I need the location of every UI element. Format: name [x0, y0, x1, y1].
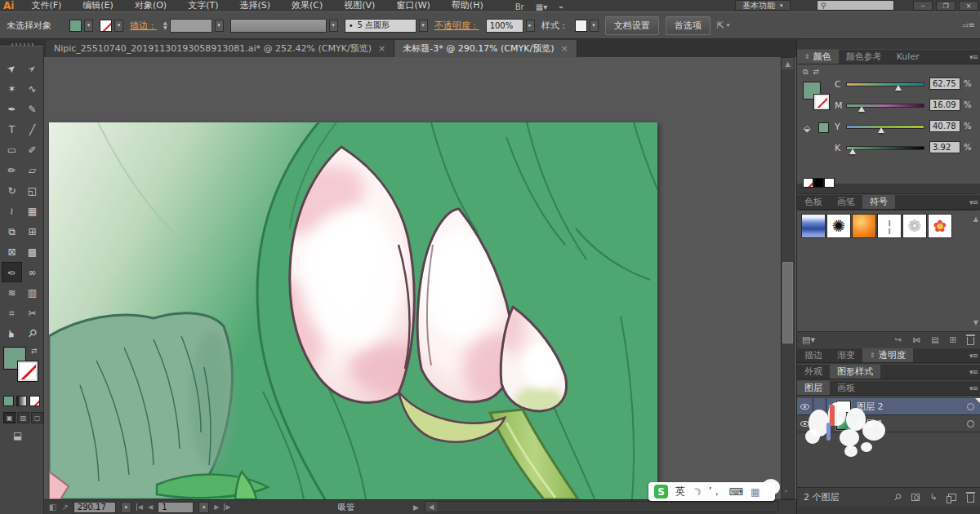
channel-slider-thumb[interactable] [849, 148, 856, 154]
tab-artboards[interactable]: 画板 [830, 381, 862, 395]
layer-name[interactable]: 图层 2 [857, 401, 884, 413]
direct-selection-tool[interactable]: ➢ [22, 58, 42, 78]
pen-tool[interactable]: ✒ [2, 99, 22, 119]
out-of-gamut-icon[interactable]: ⬙ [804, 123, 810, 134]
color-button[interactable] [3, 396, 14, 406]
menu-item[interactable]: 窗口(W) [385, 0, 440, 11]
column-graph-tool[interactable]: ▥ [22, 282, 42, 303]
variable-width-dropdown[interactable]: ▾ [329, 20, 338, 32]
channel-value-field[interactable]: 62.75 [929, 78, 960, 90]
tab-symbols[interactable]: 符号 [862, 195, 895, 209]
tab-color-guide[interactable]: 颜色参考 [839, 50, 889, 64]
pencil-tool[interactable]: ✏ [2, 160, 22, 180]
white-swatch[interactable] [824, 178, 835, 188]
tab-transparency[interactable]: ⇕ 透明度 [862, 348, 913, 362]
ime-language-mode[interactable]: 英 [675, 485, 685, 498]
channel-slider[interactable] [846, 82, 924, 86]
symbol-libraries-icon[interactable]: ▤▾ [802, 335, 815, 345]
document-tab[interactable]: Nipic_25510740_20191130193058913081.ai* … [46, 40, 394, 57]
stroke-weight-dropdown[interactable]: ▾ [215, 20, 224, 32]
delete-symbol-icon[interactable] [967, 337, 974, 345]
tab-stroke[interactable]: 描边 [797, 348, 830, 362]
width-tool[interactable]: ≀ [2, 201, 22, 221]
scroll-up-icon[interactable]: ▲ [973, 215, 978, 223]
channel-value-field[interactable]: 16.09 [929, 99, 960, 111]
next-artboard-icon[interactable]: ▶ [214, 503, 219, 511]
channel-slider[interactable] [846, 125, 924, 129]
ime-more-icon[interactable]: ▸ [785, 487, 788, 494]
selection-tool[interactable]: ➤ [2, 58, 22, 78]
expand-arrow-icon[interactable]: ▶ [826, 420, 836, 428]
free-transform-tool[interactable]: ▦ [22, 201, 42, 221]
zoom-level-field[interactable]: 290.17 [74, 502, 116, 513]
zoom-dropdown[interactable]: ▾ [121, 502, 131, 513]
panel-flyout-icon[interactable]: ▾≡ [969, 53, 978, 61]
perspective-grid-tool[interactable]: ⊠ [2, 241, 22, 262]
channel-slider[interactable] [846, 104, 924, 108]
restore-button[interactable]: ❐ [936, 1, 956, 11]
status-icon-left[interactable]: ◧ [49, 503, 56, 512]
symbol-dashes[interactable]: ¦ [877, 214, 902, 238]
menu-item[interactable]: 效果(C) [281, 0, 333, 11]
menu-extra-icon[interactable]: ▦▾ [536, 2, 547, 11]
panel-menu-icon[interactable]: ⫤≡ [962, 20, 975, 30]
none-swatch[interactable] [803, 178, 813, 188]
status-expand-icon[interactable]: ▶ [413, 503, 419, 512]
stroke-color-swatch[interactable] [100, 20, 112, 32]
channel-value-field[interactable]: 40.78 [929, 120, 960, 132]
preferences-button[interactable]: 首选项 [666, 16, 710, 35]
menu-extra-icon[interactable]: Br [515, 2, 524, 11]
target-circle-icon[interactable] [967, 403, 974, 410]
type-tool[interactable]: T [2, 119, 22, 140]
menu-item[interactable]: 编辑(E) [72, 0, 124, 11]
none-button[interactable] [29, 396, 40, 406]
rotate-tool[interactable]: ↻ [2, 180, 22, 201]
status-share-icon[interactable]: ↗ [61, 503, 68, 512]
new-symbol-icon[interactable]: ⊞ [950, 335, 956, 345]
stroke-link[interactable]: 描边： [130, 20, 157, 32]
tab-swatches[interactable]: 色板 [797, 195, 830, 209]
tab-close-icon[interactable]: × [378, 43, 385, 54]
channel-slider-thumb[interactable] [878, 127, 884, 133]
stroke-color-dropdown[interactable]: ▾ [114, 20, 123, 32]
style-dropdown[interactable]: ▾ [590, 20, 599, 32]
new-layer-icon[interactable] [948, 494, 956, 501]
ime-toolbox-icon[interactable]: ▦ [751, 486, 760, 498]
symbol-ink-splat[interactable]: ✺ [826, 214, 851, 238]
swap-icon[interactable]: ⇄ [813, 68, 819, 77]
lasso-tool[interactable]: ∿ [22, 78, 42, 99]
paintbrush-tool[interactable]: ✐ [22, 140, 42, 160]
symbol-sprayer-tool[interactable]: ≋ [2, 282, 22, 303]
style-swatch[interactable] [575, 20, 587, 32]
vertical-scroll-thumb[interactable] [782, 262, 793, 343]
gradient-tool[interactable]: ▩ [22, 241, 42, 262]
artboard-tool[interactable]: ⌗ [2, 303, 22, 323]
first-artboard-icon[interactable]: ◀ [136, 503, 143, 511]
menu-item[interactable]: 帮助(H) [441, 0, 494, 11]
channel-slider-thumb[interactable] [858, 106, 865, 112]
workspace-switcher[interactable]: 基本功能 ▾ [735, 0, 791, 11]
horizontal-scrollbar[interactable]: ◀ [425, 501, 778, 512]
delete-layer-icon[interactable] [967, 494, 974, 503]
ime-fullwidth-icon[interactable]: ☽ [690, 485, 703, 499]
document-tab[interactable]: 未标题-3* @ 290.17% (CMYK/预览) × [394, 40, 577, 57]
symbol-red-daisy[interactable]: ✿ [928, 214, 952, 238]
visibility-toggle[interactable] [797, 415, 813, 432]
sogou-logo[interactable]: S [654, 485, 668, 498]
draw-behind-button[interactable]: ▨ [17, 412, 29, 423]
gamut-swatch[interactable] [818, 122, 829, 133]
zoom-tool[interactable]: ⚲ [22, 323, 42, 343]
tab-brushes[interactable]: 画笔 [830, 195, 862, 209]
menu-item[interactable]: 选择(S) [229, 0, 281, 11]
brush-definition-field[interactable]: • 5 点圆形 [345, 19, 416, 33]
tab-layers[interactable]: 图层 [797, 381, 830, 395]
symbol-options-icon[interactable]: ▤ [931, 335, 938, 345]
artboard-dropdown[interactable]: ▾ [198, 502, 209, 513]
gradient-button[interactable] [16, 396, 27, 406]
panel-flyout-icon[interactable]: ▾≡ [969, 368, 978, 376]
curvature-tool[interactable]: ✎ [22, 99, 42, 119]
channel-slider[interactable] [846, 146, 924, 150]
menu-item[interactable]: 文件(F) [20, 0, 72, 11]
panel-flyout-icon[interactable]: ▾≡ [969, 384, 978, 392]
ime-toolbar[interactable]: S 英 ☽ ’， ⌨ ▦ ▸ [648, 482, 775, 501]
